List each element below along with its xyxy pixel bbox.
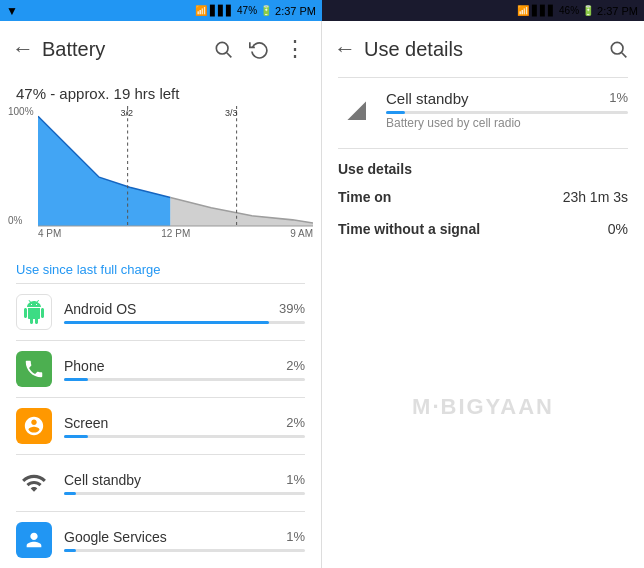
android-os-name: Android OS (64, 301, 136, 317)
phone-progress-bg (64, 378, 305, 381)
battery-title: Battery (42, 38, 201, 61)
wifi-icon-right: 📶 (517, 5, 529, 16)
left-notification-icons: ▼ (6, 4, 18, 18)
phone-name: Phone (64, 358, 104, 374)
cell-standby-percent-right: 1% (609, 90, 628, 107)
svg-marker-3 (170, 198, 313, 226)
notification-icon: ▼ (6, 4, 18, 18)
screen-progress-bg (64, 435, 305, 438)
use-details-title: Use details (364, 38, 596, 61)
left-toolbar: ← Battery ⋮ (0, 21, 321, 77)
left-panel: ← Battery ⋮ 47% - approx. 19 hrs left (0, 21, 322, 568)
cell-standby-details-left: Cell standby 1% (64, 472, 305, 495)
left-system-icons: 📶 ▋▋▋ 47% 🔋 2:37 PM (195, 5, 316, 17)
wifi-icon: 📶 (195, 5, 207, 16)
cell-standby-details-right: Cell standby 1% Battery used by cell rad… (386, 90, 628, 130)
cell-standby-name-right: Cell standby (386, 90, 469, 107)
right-panel: ← Use details (322, 21, 644, 568)
more-button-left[interactable]: ⋮ (281, 35, 309, 63)
app-list: Android OS 39% Pho (0, 284, 321, 568)
battery-summary: 47% - approx. 19 hrs left (0, 77, 321, 106)
date-marker-1: 3/2 (121, 108, 134, 118)
cell-standby-icon-left (16, 465, 52, 501)
list-item[interactable]: Cell standby 1% (0, 455, 321, 511)
cell-standby-row: Cell standby 1% Battery used by cell rad… (338, 90, 628, 130)
cell-standby-percent-left: 1% (286, 472, 305, 487)
search-button-right[interactable] (604, 35, 632, 63)
android-os-percent: 39% (279, 301, 305, 316)
screen-details: Screen 2% (64, 415, 305, 438)
time-on-row: Time on 23h 1m 3s (322, 181, 644, 213)
svg-marker-2 (38, 116, 170, 226)
android-os-details: Android OS 39% (64, 301, 305, 324)
battery-icon-right: 🔋 (582, 5, 594, 16)
list-item[interactable]: Android OS 39% (0, 284, 321, 340)
phone-percent: 2% (286, 358, 305, 373)
right-system-icons: 📶 ▋▋▋ 46% 🔋 2:37 PM (517, 5, 638, 17)
chart-x-labels: 4 PM 12 PM 9 AM (38, 228, 313, 246)
svg-line-1 (227, 53, 232, 58)
right-status-bar: 📶 ▋▋▋ 46% 🔋 2:37 PM (322, 0, 644, 21)
list-item[interactable]: Google Services 1% (0, 512, 321, 568)
time-left: 2:37 PM (275, 5, 316, 17)
back-button-right[interactable]: ← (334, 36, 356, 62)
watermark: M·BIGYAAN (322, 245, 644, 568)
battery-icon-left: 🔋 (260, 5, 272, 16)
signal-icon-right: ▋▋▋ (532, 5, 556, 16)
list-item[interactable]: Screen 2% (0, 398, 321, 454)
battery-chart: 100% 0% (0, 106, 321, 256)
android-os-progress-fill (64, 321, 269, 324)
cell-standby-progress-fill-left (64, 492, 76, 495)
android-os-progress-bg (64, 321, 305, 324)
time-without-signal-value: 0% (608, 221, 628, 237)
google-services-percent: 1% (286, 529, 305, 544)
phone-details: Phone 2% (64, 358, 305, 381)
list-item[interactable]: Phone 2% (0, 341, 321, 397)
time-right: 2:37 PM (597, 5, 638, 17)
time-without-signal-label: Time without a signal (338, 221, 480, 237)
cell-standby-section[interactable]: Cell standby 1% Battery used by cell rad… (322, 78, 644, 148)
svg-line-8 (622, 53, 627, 58)
use-details-header: Use details (322, 149, 644, 181)
back-button-left[interactable]: ← (12, 36, 34, 62)
use-since-link[interactable]: Use since last full charge (0, 256, 321, 283)
chart-y-labels: 100% 0% (8, 106, 38, 226)
google-services-progress-fill (64, 549, 76, 552)
svg-point-0 (216, 42, 228, 54)
svg-point-7 (611, 42, 623, 54)
cell-standby-progress-bg-left (64, 492, 305, 495)
cell-standby-name-row: Cell standby 1% (386, 90, 628, 107)
phone-progress-fill (64, 378, 88, 381)
google-services-icon (16, 522, 52, 558)
date-marker-2: 3/3 (225, 108, 238, 118)
google-services-progress-bg (64, 549, 305, 552)
phone-icon (16, 351, 52, 387)
screen-icon (16, 408, 52, 444)
battery-percent-left: 47% (237, 5, 257, 16)
cell-standby-progress-fill-right (386, 111, 405, 114)
cell-standby-progress-bg-right (386, 111, 628, 114)
google-services-name: Google Services (64, 529, 167, 545)
time-without-signal-row: Time without a signal 0% (322, 213, 644, 245)
screen-name: Screen (64, 415, 108, 431)
left-status-bar: ▼ 📶 ▋▋▋ 47% 🔋 2:37 PM (0, 0, 322, 21)
time-on-value: 23h 1m 3s (563, 189, 628, 205)
signal-icon: ▋▋▋ (210, 5, 234, 16)
cell-standby-signal-icon (338, 92, 374, 128)
screen-percent: 2% (286, 415, 305, 430)
search-button-left[interactable] (209, 35, 237, 63)
chart-svg: 3/2 3/3 (38, 106, 313, 228)
screen-progress-fill (64, 435, 88, 438)
cell-standby-name-left: Cell standby (64, 472, 141, 488)
cell-standby-description: Battery used by cell radio (386, 116, 628, 130)
refresh-button[interactable] (245, 35, 273, 63)
right-toolbar: ← Use details (322, 21, 644, 77)
time-on-label: Time on (338, 189, 391, 205)
google-services-details: Google Services 1% (64, 529, 305, 552)
battery-percent-right: 46% (559, 5, 579, 16)
android-os-icon (16, 294, 52, 330)
